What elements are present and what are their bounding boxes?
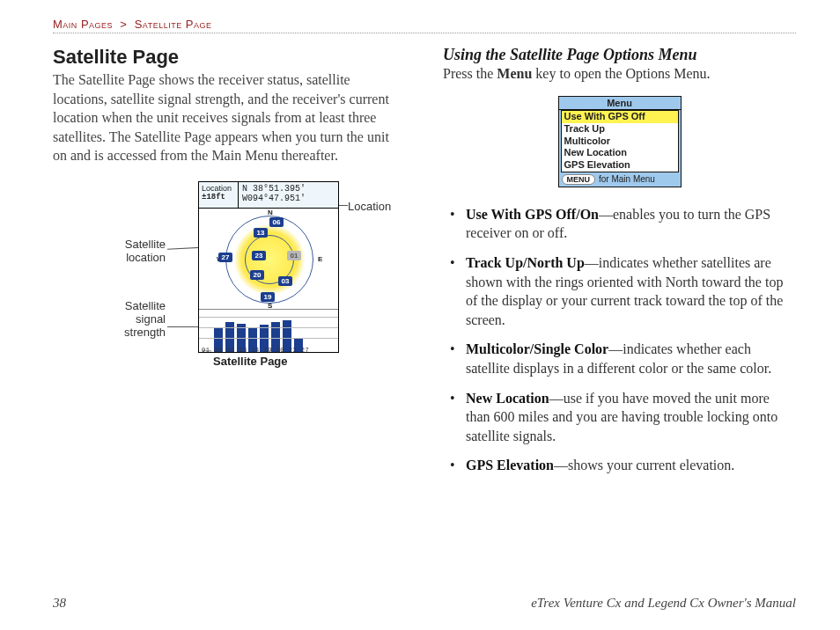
satellite-marker: 23: [252, 251, 266, 260]
menu-item: Use With GPS Off: [562, 111, 678, 123]
option-item: Track Up/North Up—indicates whether sate…: [450, 253, 796, 329]
satellite-marker: 27: [218, 253, 232, 262]
options-menu-figure: Menu Use With GPS OffTrack UpMulticolorN…: [443, 96, 796, 187]
page-title: Satellite Page: [53, 46, 406, 69]
breadcrumb-b: Satellite Page: [135, 18, 212, 31]
option-desc: —shows your current elevation.: [554, 458, 734, 472]
callout-satellite-location: Satellite location: [113, 238, 166, 265]
cardinal-e: E: [318, 255, 322, 263]
instr-key: Menu: [497, 66, 532, 81]
device-header: Location ±18ft N 38°51.395' W094°47.951': [199, 182, 338, 209]
sky-plot: N S E W 1323272001031906: [199, 209, 338, 310]
callout-signal-strength: Satellite signal strength: [113, 300, 166, 340]
satellite-marker: 06: [269, 217, 284, 227]
menu-item: GPS Elevation: [562, 159, 678, 172]
gridline: [199, 338, 338, 339]
menu-title: Menu: [559, 97, 681, 110]
options-menu-screen: Menu Use With GPS OffTrack UpMulticolorN…: [558, 96, 682, 187]
callout-location: Location: [348, 201, 391, 214]
option-item: New Location—use if you have moved the u…: [450, 389, 796, 446]
options-menu-heading: Using the Satellite Page Options Menu: [443, 46, 796, 64]
breadcrumb: Main Pages > Satellite Page: [53, 18, 796, 31]
satellite-marker: 20: [250, 270, 264, 280]
breadcrumb-sep: >: [120, 18, 127, 31]
coord-lat: N 38°51.395': [242, 184, 335, 194]
device-screen: Location ±18ft N 38°51.395' W094°47.951'…: [198, 181, 339, 353]
signal-bars: 01 03 06 13 14 19 20 23 27: [199, 310, 338, 352]
menu-item: New Location: [562, 147, 678, 159]
coord-lon: W094°47.951': [242, 194, 335, 203]
figure-caption: Satellite Page: [213, 355, 288, 368]
intro-paragraph: The Satellite Page shows the receiver st…: [53, 70, 406, 165]
satellite-marker: 01: [287, 251, 301, 260]
cardinal-s: S: [268, 302, 272, 310]
options-list: Use With GPS Off/On—enables you to turn …: [450, 205, 796, 475]
gridline: [199, 317, 338, 318]
option-name: Multicolor/Single Color: [466, 341, 608, 356]
option-name: GPS Elevation: [466, 458, 554, 472]
satellite-marker: 19: [261, 292, 275, 302]
manual-title: eTrex Venture Cx and Legend Cx Owner's M…: [531, 596, 796, 611]
gridline: [199, 327, 338, 328]
menu-item: Track Up: [562, 123, 678, 136]
instruction-text: Press the Menu key to open the Options M…: [443, 66, 796, 82]
divider-rule: [53, 33, 796, 33]
option-name: Use With GPS Off/On: [466, 207, 599, 222]
header-accuracy: Location ±18ft: [199, 182, 239, 208]
option-name: Track Up/North Up: [466, 255, 585, 270]
menu-footer-text: for Main Menu: [599, 174, 655, 184]
satellite-page-figure: Satellite location Satellite signal stre…: [44, 181, 379, 384]
instr-pre: Press the: [443, 66, 497, 81]
menu-body: Use With GPS OffTrack UpMulticolorNew Lo…: [561, 110, 679, 172]
breadcrumb-a: Main Pages: [53, 18, 113, 31]
page-footer: 38 eTrex Venture Cx and Legend Cx Owner'…: [53, 596, 796, 611]
option-name: New Location: [466, 391, 549, 406]
header-coords: N 38°51.395' W094°47.951': [239, 182, 338, 208]
header-accuracy-value: ±18ft: [202, 193, 235, 201]
menu-chip: MENU: [562, 174, 596, 185]
menu-footer: MENU for Main Menu: [559, 172, 681, 187]
bar-labels: 01 03 06 13 14 19 20 23 27: [199, 347, 338, 354]
left-column: Satellite Page The Satellite Page shows …: [53, 46, 406, 486]
page-number: 38: [53, 596, 66, 611]
option-item: Use With GPS Off/On—enables you to turn …: [450, 205, 796, 243]
instr-post: key to open the Options Menu.: [532, 66, 710, 81]
menu-item: Multicolor: [562, 136, 678, 148]
satellite-marker: 03: [278, 276, 292, 286]
option-item: GPS Elevation—shows your current elevati…: [450, 456, 796, 475]
cardinal-n: N: [268, 209, 273, 216]
satellite-marker: 13: [254, 228, 268, 238]
header-label: Location: [202, 184, 235, 193]
option-item: Multicolor/Single Color—indicates whethe…: [450, 340, 796, 377]
right-column: Using the Satellite Page Options Menu Pr…: [443, 46, 796, 486]
